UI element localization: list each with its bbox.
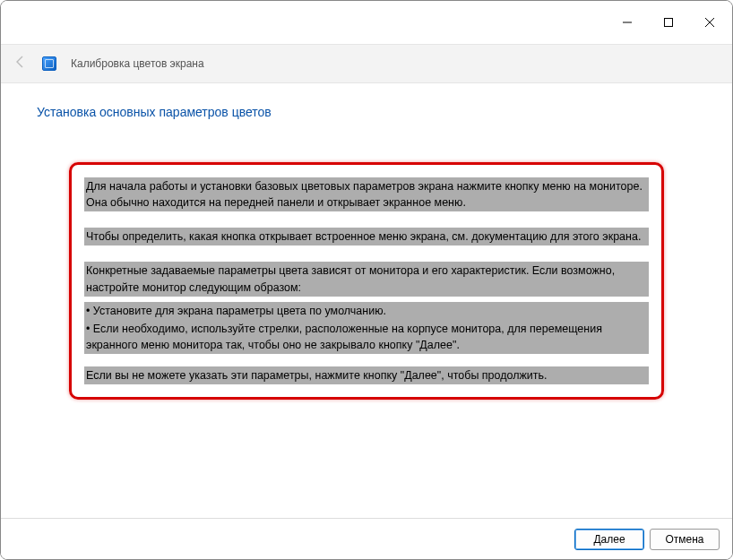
next-button[interactable]: Далее	[574, 529, 644, 550]
app-icon	[42, 56, 56, 71]
instruction-bullets: • Установите для экрана параметры цвета …	[84, 302, 649, 354]
header-bar: Калибровка цветов экрана	[1, 44, 732, 83]
maximize-button[interactable]	[648, 8, 689, 37]
titlebar	[1, 1, 732, 44]
instruction-bullet: • Установите для экрана параметры цвета …	[84, 302, 649, 320]
minimize-button[interactable]	[607, 8, 648, 37]
content-area: Установка основных параметров цветов Для…	[1, 83, 732, 400]
instruction-bullet: • Если необходимо, используйте стрелки, …	[84, 320, 649, 354]
instruction-paragraph: Конкретные задаваемые параметры цвета за…	[84, 262, 649, 296]
instruction-paragraph: Чтобы определить, какая кнопка открывает…	[84, 228, 649, 246]
footer-bar: Далее Отмена	[1, 518, 732, 559]
instruction-paragraph: Если вы не можете указать эти параметры,…	[84, 366, 649, 384]
instruction-paragraph: Для начала работы и установки базовых цв…	[84, 177, 649, 211]
cancel-button[interactable]: Отмена	[650, 529, 720, 550]
window-title: Калибровка цветов экрана	[71, 57, 204, 70]
svg-rect-1	[665, 19, 673, 27]
close-button[interactable]	[689, 8, 730, 37]
highlighted-instructions: Для начала работы и установки базовых цв…	[69, 162, 664, 400]
back-arrow-icon	[13, 55, 28, 73]
window-frame: Калибровка цветов экрана Установка основ…	[0, 0, 733, 560]
page-title: Установка основных параметров цветов	[37, 105, 696, 119]
